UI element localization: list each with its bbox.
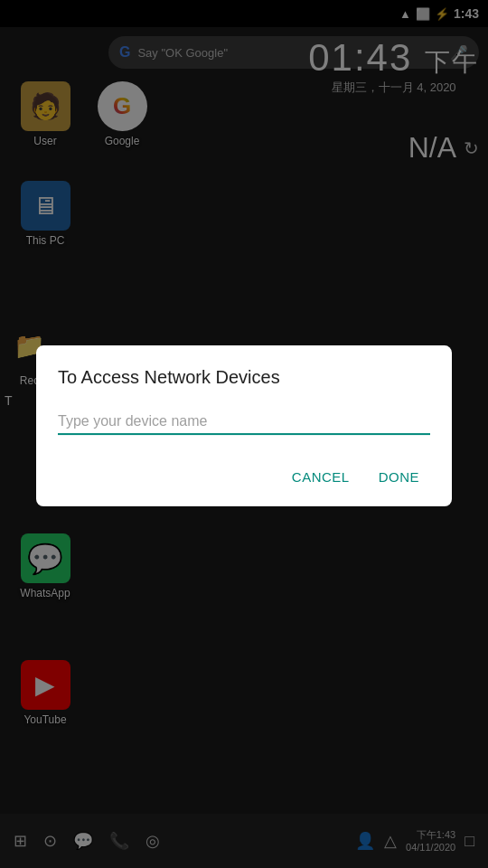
dialog-actions: CANCEL DONE — [58, 462, 430, 492]
network-devices-dialog: To Access Network Devices CANCEL DONE — [36, 345, 452, 506]
device-name-input[interactable] — [58, 410, 430, 435]
cancel-button[interactable]: CANCEL — [281, 462, 361, 492]
done-button[interactable]: DONE — [368, 462, 430, 492]
dialog-title: To Access Network Devices — [58, 367, 430, 388]
